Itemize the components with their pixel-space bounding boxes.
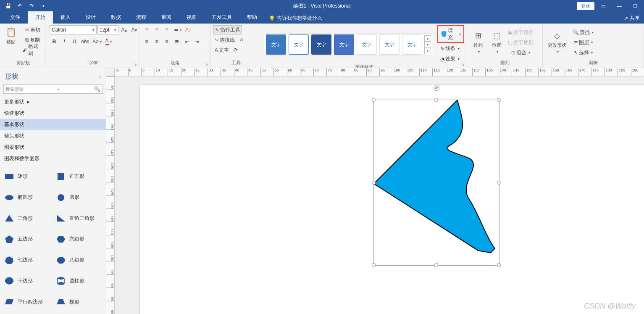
style-item-5[interactable]: 文字 [357,34,377,55]
bullets-button[interactable]: ≔ [172,25,183,34]
style-item-2[interactable]: 文字 [289,34,309,55]
shape-stencil-octagon[interactable]: 八边形 [53,251,104,270]
cat-quick-shapes[interactable]: 快速形状 [0,108,106,119]
qat-save-icon[interactable]: 💾 [3,1,13,11]
qat-customize-icon[interactable]: ▾ [38,1,49,11]
resize-handle[interactable] [372,98,376,102]
tab-design[interactable]: 设计 [78,11,103,24]
resize-handle[interactable] [372,181,376,185]
font-name-combo[interactable]: Calibri▾ [50,25,97,34]
align-right-button[interactable]: ≡ [162,37,171,46]
tab-insert[interactable]: 插入 [53,11,78,24]
align-bottom-button[interactable]: ≡ [162,25,171,34]
style-item-7[interactable]: 文字 [402,34,422,55]
tab-file[interactable]: 文件 [3,11,28,24]
paste-button[interactable]: 📋 粘贴 [3,25,19,47]
tab-home[interactable]: 开始 [28,11,53,24]
find-button[interactable]: 🔍查找 [571,28,595,37]
cat-basic-shapes[interactable]: 基本形状 [0,119,106,130]
paragraph-launcher[interactable]: ↘ [204,61,209,66]
indent-decrease-button[interactable]: ⇤ [182,37,192,46]
pointer-tool-button[interactable]: ↖指针工具 [213,25,242,34]
cat-pattern-shapes[interactable]: 图案形状 [0,142,106,153]
ribbon-display-options-icon[interactable]: ▭ [596,1,610,11]
align-button[interactable]: ⊞排列 [470,29,486,55]
minimize-button[interactable]: — [612,1,626,11]
gallery-down-button[interactable]: ▾ [424,42,431,48]
shape-stencil-rtriangle[interactable]: 直角三角形 [53,208,104,228]
send-back-button[interactable]: ▢置于底层 [507,38,535,47]
change-shape-button[interactable]: ◇更改形状 [545,29,569,55]
resize-handle[interactable] [497,98,501,102]
tab-data[interactable]: 数据 [103,11,129,24]
select-button[interactable]: ↖选择 [571,48,595,57]
underline-button[interactable]: U [70,37,79,46]
resize-handle[interactable] [434,98,438,102]
align-middle-button[interactable]: ≡ [152,25,161,34]
resize-handle[interactable] [434,263,438,267]
align-top-button[interactable]: ≡ [142,25,151,34]
shape-stencil-pentagon[interactable]: 五边形 [2,230,53,249]
align-justify-button[interactable]: ≣ [172,37,181,46]
search-icon[interactable]: 🔍 [94,86,100,92]
indent-increase-button[interactable]: ⇥ [192,37,202,46]
qat-redo-icon[interactable]: ↷ [26,1,37,11]
gallery-up-button[interactable]: ▴ [424,35,431,42]
shape-stencil-square[interactable]: 正方形 [53,167,104,186]
tab-help[interactable]: 帮助 [239,11,265,24]
tab-review[interactable]: 审阅 [154,11,179,24]
shape-stencil-ellipse[interactable]: 椭圆形 [2,188,53,207]
font-launcher[interactable]: ↘ [133,61,138,66]
collapse-pane-icon[interactable]: ‹ [100,74,101,79]
font-color-button[interactable]: A [104,37,113,46]
style-item-4[interactable]: 文字 [334,34,354,55]
share-button[interactable]: ↗ 共享 [624,15,640,24]
maximize-button[interactable]: ☐ [628,1,642,11]
resize-handle[interactable] [497,181,501,185]
layers-button[interactable]: ≣图层 [571,38,595,47]
style-item-1[interactable]: 文字 [266,34,286,55]
login-button[interactable]: 登录 [577,2,594,10]
shape-styles-launcher[interactable]: ↘ [460,61,465,66]
style-item-3[interactable]: 文字 [311,34,331,55]
shape-stencil-hexagon[interactable]: 六边形 [53,230,104,249]
search-shapes-input[interactable]: 搜索形状 ▾ 🔍 [3,84,103,94]
selected-shape[interactable] [374,100,499,265]
shape-stencil-circle[interactable]: 圆形 [53,188,104,207]
align-left-button[interactable]: ≡ [142,37,151,46]
connector-tool-button[interactable]: ⤷连接线 [213,35,236,45]
shape-stencil-parallelogram[interactable]: 平行四边形 [2,292,53,311]
x-tool-button[interactable]: ✕ [237,35,246,45]
cat-chart-shapes[interactable]: 图表和数学图形 [0,153,106,164]
tell-me-search[interactable]: 💡 告诉我你想要做什么 [269,15,322,24]
align-center-button[interactable]: ≡ [152,37,161,46]
cut-button[interactable]: ✂剪切 [21,25,44,34]
shape-stencil-heptagon[interactable]: 七边形 [2,251,53,270]
format-painter-button[interactable]: 🖌格式刷 [21,45,44,55]
shape-stencil-triangle[interactable]: 三角形 [2,208,53,228]
fill-button[interactable]: 🪣填充▾ [437,25,464,43]
grow-font-button[interactable]: A▴ [119,25,129,34]
rotate-tool-button[interactable]: ⟳ [231,45,240,55]
shrink-font-button[interactable]: A▾ [129,25,139,34]
gallery-more-button[interactable]: ▾ [424,48,431,54]
position-button[interactable]: ⬚位置 [488,29,505,55]
change-case-button[interactable]: Aa [91,37,103,46]
text-direction-button[interactable]: A↕ [184,25,193,34]
qat-undo-icon[interactable]: ↶ [14,1,25,11]
selection-box[interactable]: ⟳ [373,100,499,266]
tab-view[interactable]: 视图 [179,11,204,24]
shape-stencil-decagon[interactable]: 十边形 [2,272,53,291]
bold-button[interactable]: B [50,37,59,46]
shape-stencil-cylinder[interactable]: 圆柱形 [53,272,104,291]
rotate-handle[interactable]: ⟳ [434,85,439,91]
tab-process[interactable]: 流程 [129,11,154,24]
cat-arrow-shapes[interactable]: 箭头形状 [0,130,106,142]
italic-button[interactable]: I [60,37,69,46]
strikethrough-button[interactable]: abc [80,37,90,46]
bring-front-button[interactable]: ▣置于顶层 [507,28,535,37]
drawing-page[interactable]: ⟳ [140,85,644,314]
resize-handle[interactable] [497,263,501,267]
tab-developer[interactable]: 开发工具 [204,11,239,24]
shape-stencil-trapezoid[interactable]: 梯形 [53,292,104,311]
